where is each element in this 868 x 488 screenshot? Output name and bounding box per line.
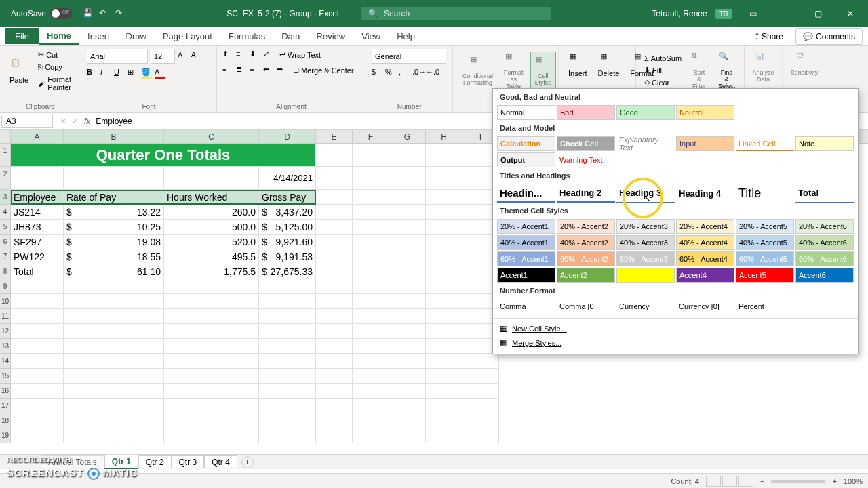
analyze-data-button[interactable]: 📊Analyze Data <box>750 49 776 85</box>
conditional-formatting-button[interactable]: ▦Conditional Formatting <box>458 52 497 89</box>
share-button[interactable]: ⤴Share <box>748 28 790 45</box>
paste-button[interactable]: 📋Paste <box>5 56 33 87</box>
cell-styles-button[interactable]: ▦Cell Styles <box>530 52 557 89</box>
style-40-accent4[interactable]: 40% - Accent4 <box>676 235 734 250</box>
font-color-icon[interactable]: A <box>155 68 165 79</box>
copy-button[interactable]: ⎘Copy <box>35 62 75 73</box>
header-employee[interactable]: Employee <box>11 190 64 205</box>
style-20-accent3[interactable]: 20% - Accent3 <box>616 219 675 234</box>
sensitivity-button[interactable]: 🛡Sensitivity <box>788 49 821 79</box>
bold-icon[interactable]: B <box>87 68 98 79</box>
tab-data[interactable]: Data <box>273 28 308 44</box>
orientation-icon[interactable]: ⤢ <box>263 49 274 60</box>
style-output[interactable]: Output <box>497 152 555 167</box>
tab-help[interactable]: Help <box>389 28 423 44</box>
style-calculation[interactable]: Calculation <box>497 136 555 151</box>
increase-indent-icon[interactable]: ➡ <box>277 65 288 76</box>
user-avatar[interactable]: TR <box>715 9 732 19</box>
style-accent6[interactable]: Accent6 <box>795 268 854 283</box>
number-format-select[interactable] <box>372 49 446 64</box>
style-accent2[interactable]: Accent2 <box>557 268 615 283</box>
style-20-accent1[interactable]: 20% - Accent1 <box>497 219 555 234</box>
format-painter-button[interactable]: 🖌Format Painter <box>35 74 75 93</box>
style-60-accent3[interactable]: 60% - Accent3 <box>616 251 675 266</box>
style-20-accent5[interactable]: 20% - Accent5 <box>736 219 794 234</box>
style-currency[interactable]: Currency <box>616 299 675 314</box>
style-warning-text[interactable]: Warning Text <box>557 152 615 167</box>
zoom-in-button[interactable]: + <box>832 477 836 485</box>
tab-file[interactable]: File <box>5 28 39 44</box>
date-cell[interactable]: 4/14/2021 <box>259 167 316 190</box>
format-as-table-button[interactable]: ▦Format as Table <box>500 49 528 92</box>
select-all-corner[interactable] <box>0 130 11 143</box>
style-accent5[interactable]: Accent5 <box>736 268 794 283</box>
style-accent3[interactable]: Accent3 <box>616 268 675 283</box>
clear-button[interactable]: ◇Clear <box>642 77 684 88</box>
close-icon[interactable]: ✕ <box>838 3 863 24</box>
style-20-accent4[interactable]: 20% - Accent4 <box>676 219 734 234</box>
style-60-accent4[interactable]: 60% - Accent4 <box>676 251 734 266</box>
style-20-accent6[interactable]: 20% - Accent6 <box>795 219 854 234</box>
sheet-tab-qtr2[interactable]: Qtr 2 <box>138 455 172 468</box>
tab-page-layout[interactable]: Page Layout <box>155 28 220 44</box>
delete-cells-button[interactable]: ▦Delete <box>594 49 624 80</box>
align-left-icon[interactable]: ≡ <box>222 65 233 76</box>
style-accent1[interactable]: Accent1 <box>497 268 555 283</box>
fill-color-icon[interactable]: 🪣 <box>141 68 152 79</box>
col-header-d[interactable]: D <box>259 130 316 143</box>
borders-icon[interactable]: ⊞ <box>127 68 138 79</box>
find-select-button[interactable]: 🔍Find & Select <box>714 49 739 92</box>
style-check-cell[interactable]: Check Cell <box>557 136 615 151</box>
header-gross[interactable]: Gross Pay <box>259 190 316 205</box>
new-cell-style-button[interactable]: ▦New Cell Style... <box>493 321 858 336</box>
cut-button[interactable]: ✂Cut <box>35 49 75 60</box>
enter-formula-icon[interactable]: ✓ <box>72 117 79 126</box>
merge-center-button[interactable]: ⊟Merge & Center <box>290 64 357 76</box>
autosave-toggle[interactable]: AutoSave Off <box>5 7 77 20</box>
style-linked-cell[interactable]: Linked Cell <box>736 136 794 151</box>
style-20-accent2[interactable]: 20% - Accent2 <box>557 219 615 234</box>
autosum-button[interactable]: ΣAutoSum <box>642 53 684 64</box>
style-60-accent2[interactable]: 60% - Accent2 <box>557 251 615 266</box>
minimize-icon[interactable]: — <box>773 3 797 24</box>
zoom-out-button[interactable]: − <box>760 477 764 485</box>
percent-icon[interactable]: % <box>385 68 396 79</box>
wrap-text-button[interactable]: ↩Wrap Text <box>277 49 323 60</box>
col-header-b[interactable]: B <box>64 130 164 143</box>
normal-view-button[interactable] <box>706 476 721 487</box>
style-input[interactable]: Input <box>676 136 734 151</box>
col-header-a[interactable]: A <box>11 130 64 143</box>
align-top-icon[interactable]: ⬆ <box>222 49 233 60</box>
save-icon[interactable]: 💾 <box>83 8 94 19</box>
style-good[interactable]: Good <box>616 105 675 120</box>
style-heading1[interactable]: Headin... <box>497 184 555 203</box>
style-40-accent3[interactable]: 40% - Accent3 <box>616 235 675 250</box>
name-box[interactable] <box>1 115 53 128</box>
comments-button[interactable]: 💬Comments <box>795 28 863 45</box>
underline-icon[interactable]: U <box>114 68 125 79</box>
header-rate[interactable]: Rate of Pay <box>64 190 164 205</box>
accounting-icon[interactable]: $ <box>372 68 382 79</box>
sheet-tab-qtr3[interactable]: Qtr 3 <box>172 455 205 468</box>
tab-insert[interactable]: Insert <box>79 28 118 44</box>
search-box[interactable]: 🔍 Search <box>361 7 551 20</box>
user-name[interactable]: Tetrault, Renee <box>652 9 707 18</box>
font-size-select[interactable] <box>151 49 175 64</box>
style-normal[interactable]: Normal <box>497 105 555 120</box>
align-center-icon[interactable]: ≣ <box>236 65 247 76</box>
comma-icon[interactable]: , <box>399 68 410 79</box>
sort-filter-button[interactable]: ⇅Sort & Filter <box>687 49 711 92</box>
style-total[interactable]: Total <box>795 184 854 203</box>
style-accent4[interactable]: Accent4 <box>676 268 734 283</box>
fill-button[interactable]: ⬇Fill <box>642 64 684 76</box>
style-comma0[interactable]: Comma [0] <box>557 299 615 314</box>
maximize-icon[interactable]: ▢ <box>806 3 830 24</box>
header-hours[interactable]: Hours Worked <box>164 190 259 205</box>
style-60-accent6[interactable]: 60% - Accent6 <box>795 251 854 266</box>
title-cell[interactable]: Quarter One Totals <box>11 144 316 167</box>
formula-input[interactable]: Employee <box>96 117 132 126</box>
align-middle-icon[interactable]: ≡ <box>236 49 247 60</box>
insert-cells-button[interactable]: ▦Insert <box>564 49 591 80</box>
tab-formulas[interactable]: Formulas <box>220 28 273 44</box>
cancel-formula-icon[interactable]: ✕ <box>60 117 66 126</box>
